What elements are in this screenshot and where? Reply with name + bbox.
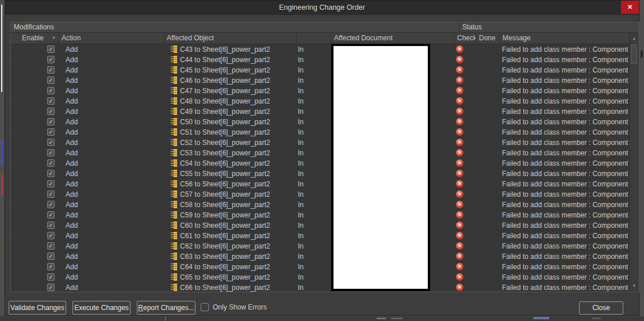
table-row[interactable]: ✓ Add C43 to Sheet[6]_power_part2 In ✕	[11, 44, 629, 55]
table-row[interactable]: ✓ Add C49 to Sheet[6]_power_part2 In ✕	[11, 106, 629, 117]
scope-label: In	[298, 149, 304, 157]
scope-cell: In	[296, 75, 330, 85]
enable-checkbox[interactable]: ✓	[47, 149, 55, 156]
checkmark-icon: ✓	[48, 98, 53, 104]
check-cell: ✕	[454, 231, 476, 240]
report-changes-button[interactable]: Report Changes...	[137, 301, 195, 315]
table-row[interactable]: ✓ Add C57 to Sheet[6]_power_part2 In ✕	[11, 189, 629, 200]
chevron-down-icon[interactable]: ▼	[52, 36, 56, 40]
scope-label: In	[298, 180, 304, 188]
table-row[interactable]: ✓ Add C56 to Sheet[6]_power_part2 In ✕	[11, 179, 629, 189]
table-row[interactable]: ✓ Add C51 to Sheet[6]_power_part2 In ✕	[11, 127, 629, 137]
table-row[interactable]: ✓ Add C62 to Sheet[6]_power_part2 In ✕	[11, 241, 629, 251]
error-icon: ✕	[456, 180, 463, 188]
table-row[interactable]: ✓ Add C46 to Sheet[6]_power_part2 In ✕	[11, 75, 629, 86]
enable-checkbox[interactable]: ✓	[47, 201, 55, 208]
enable-checkbox[interactable]: ✓	[47, 128, 55, 136]
enable-checkbox[interactable]: ✓	[47, 118, 55, 125]
error-icon: ✕	[456, 201, 463, 208]
report-accel: R	[138, 304, 143, 312]
enable-checkbox[interactable]: ✓	[47, 77, 55, 84]
scroll-down-icon[interactable]: ▼	[630, 281, 639, 291]
table-row[interactable]: ✓ Add C65 to Sheet[6]_power_part2 In ✕	[11, 272, 629, 282]
enable-checkbox[interactable]: ✓	[47, 273, 55, 281]
table-row[interactable]: ✓ Add C64 to Sheet[6]_power_part2 In ✕	[11, 262, 629, 272]
error-cross-glyph: ✕	[458, 233, 462, 238]
table-row[interactable]: ✓ Add C54 to Sheet[6]_power_part2 In ✕	[11, 158, 629, 169]
enable-checkbox[interactable]: ✓	[47, 242, 55, 250]
column-header-affected-document[interactable]: Affected Document	[330, 33, 454, 44]
affected-object-label: C62 to Sheet[6]_power_part2	[180, 242, 270, 250]
close-icon[interactable]: ✕	[621, 1, 639, 14]
only-show-errors-checkbox[interactable]	[201, 303, 209, 311]
check-cell: ✕	[454, 179, 476, 189]
affected-object-label: C50 to Sheet[6]_power_part2	[180, 118, 270, 126]
message-cell: Failed to add class member : Component	[499, 106, 629, 116]
checkmark-icon: ✓	[48, 212, 53, 218]
enable-checkbox[interactable]: ✓	[47, 97, 55, 105]
done-cell	[476, 231, 499, 240]
column-header-affected-object[interactable]: Affected Object	[164, 33, 296, 44]
background-app-right-edge	[640, 0, 644, 321]
action-label: Add	[66, 139, 78, 147]
enable-checkbox[interactable]: ✓	[47, 253, 55, 260]
titlebar[interactable]: Engineering Change Order ✕	[5, 1, 639, 15]
column-header-message[interactable]: Message	[499, 33, 629, 44]
column-header-done[interactable]: Done	[476, 33, 499, 44]
table-row[interactable]: ✓ Add C52 to Sheet[6]_power_part2 In ✕	[11, 137, 629, 148]
scope-label: In	[298, 66, 304, 74]
table-row[interactable]: ✓ Add C63 to Sheet[6]_power_part2 In ✕	[11, 251, 629, 262]
enable-checkbox[interactable]: ✓	[47, 221, 55, 229]
table-row[interactable]: ✓ Add C58 to Sheet[6]_power_part2 In ✕	[11, 200, 629, 210]
background-app-left-edge	[0, 0, 5, 321]
vertical-scrollbar[interactable]: ▲ ▼	[629, 33, 639, 292]
enable-checkbox[interactable]: ✓	[47, 170, 55, 177]
action-label: Add	[66, 108, 78, 116]
validate-changes-button[interactable]: Validate Changes	[9, 301, 66, 315]
enable-checkbox[interactable]: ✓	[47, 159, 55, 167]
action-label: Add	[66, 66, 78, 74]
table-row[interactable]: ✓ Add C59 to Sheet[6]_power_part2 In ✕	[11, 210, 629, 220]
enable-checkbox[interactable]: ✓	[47, 211, 55, 219]
table-row[interactable]: ✓ Add C66 to Sheet[6]_power_part2 In ✕	[11, 282, 629, 292]
enable-checkbox[interactable]: ✓	[47, 108, 55, 115]
scroll-up-icon[interactable]: ▲	[630, 34, 639, 43]
table-row[interactable]: ✓ Add C47 to Sheet[6]_power_part2 In ✕	[11, 86, 629, 96]
enable-checkbox[interactable]: ✓	[47, 263, 55, 270]
message-cell: Failed to add class member : Component	[499, 262, 629, 272]
enable-checkbox[interactable]: ✓	[47, 190, 55, 198]
enable-checkbox[interactable]: ✓	[47, 284, 55, 291]
checkmark-icon: ✓	[48, 274, 53, 280]
table-row[interactable]: ✓ Add C60 to Sheet[6]_power_part2 In ✕	[11, 220, 629, 231]
action-label: Add	[66, 211, 78, 219]
table-row[interactable]: ✓ Add C44 to Sheet[6]_power_part2 In ✕	[11, 55, 629, 65]
enable-checkbox[interactable]: ✓	[47, 87, 55, 94]
enable-checkbox[interactable]: ✓	[47, 180, 55, 188]
column-header-action[interactable]: Action	[59, 33, 164, 44]
column-header-row: Enable ▼ Action Affected Object Affected…	[11, 33, 629, 44]
message-label: Failed to add class member : Component	[502, 118, 628, 126]
table-row[interactable]: ✓ Add C45 to Sheet[6]_power_part2 In ✕	[11, 65, 629, 75]
table-row[interactable]: ✓ Add C50 to Sheet[6]_power_part2 In ✕	[11, 117, 629, 127]
column-header-check[interactable]: Check	[454, 33, 476, 44]
table-row[interactable]: ✓ Add C53 to Sheet[6]_power_part2 In ✕	[11, 148, 629, 158]
enable-checkbox[interactable]: ✓	[47, 56, 55, 63]
error-icon: ✕	[456, 273, 463, 281]
table-row[interactable]: ✓ Add C48 to Sheet[6]_power_part2 In ✕	[11, 96, 629, 106]
table-row[interactable]: ✓ Add C55 to Sheet[6]_power_part2 In ✕	[11, 169, 629, 179]
scrollbar-thumb[interactable]	[631, 44, 637, 64]
execute-changes-button[interactable]: Execute Changes	[72, 301, 131, 315]
column-header-enable[interactable]: Enable ▼	[11, 33, 59, 44]
dialog-title: Engineering Change Order	[5, 1, 639, 15]
action-label: Add	[66, 242, 78, 250]
column-header-scope[interactable]	[296, 33, 330, 44]
enable-checkbox[interactable]: ✓	[47, 232, 55, 239]
enable-checkbox[interactable]: ✓	[47, 45, 55, 53]
table-row[interactable]: ✓ Add C61 to Sheet[6]_power_part2 In ✕	[11, 231, 629, 241]
enable-checkbox[interactable]: ✓	[47, 66, 55, 74]
enable-checkbox[interactable]: ✓	[47, 139, 55, 146]
action-label: Add	[66, 232, 78, 240]
message-label: Failed to add class member : Component	[502, 139, 628, 147]
close-button[interactable]: Close	[579, 301, 623, 315]
message-label: Failed to add class member : Component	[502, 170, 628, 178]
